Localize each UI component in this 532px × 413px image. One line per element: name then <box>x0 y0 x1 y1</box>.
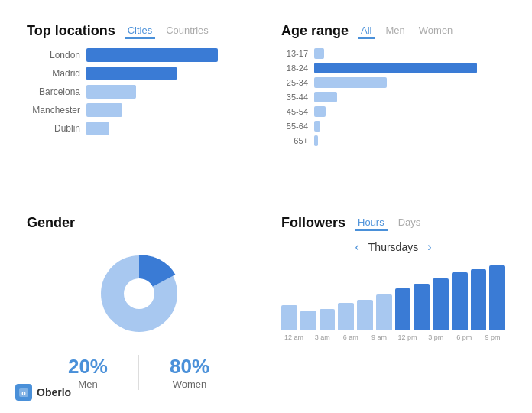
top-locations-panel: Top locations Cities Countries London Ma… <box>15 15 262 200</box>
gender-panel: Gender 20% Men <box>15 207 262 398</box>
men-stat: 20% Men <box>68 355 108 390</box>
next-day-button[interactable]: › <box>427 240 431 254</box>
location-name: Barcelona <box>27 86 80 97</box>
top-locations-title: Top locations <box>27 23 115 39</box>
prev-day-button[interactable]: ‹ <box>355 240 358 254</box>
bar-fill <box>86 122 109 135</box>
age-bar-fill <box>314 92 337 102</box>
age-range-title: Age range <box>281 23 349 39</box>
age-range-panel: Age range All Men Women 13-17 18-24 25-3… <box>270 15 517 200</box>
bar-fill <box>86 48 218 62</box>
followers-bar <box>357 300 373 330</box>
age-bar-track <box>314 63 505 73</box>
age-bar-track <box>314 106 505 117</box>
followers-bar <box>300 311 316 330</box>
followers-bar <box>320 309 336 330</box>
age-bar-track <box>314 135 505 146</box>
followers-bar-chart <box>281 262 505 330</box>
followers-bar <box>414 284 430 330</box>
age-bar-fill <box>314 77 387 88</box>
age-bar-fill <box>314 63 477 73</box>
tab-countries[interactable]: Countries <box>163 23 212 39</box>
location-bar-row: Madrid <box>27 67 251 80</box>
age-label: 65+ <box>281 136 308 145</box>
age-bar-row: 65+ <box>281 135 505 146</box>
bar-track <box>86 67 251 80</box>
age-bar-track <box>314 48 505 59</box>
age-label: 25-34 <box>281 78 308 87</box>
gender-pie <box>93 248 185 340</box>
age-bar-row: 25-34 <box>281 77 505 88</box>
followers-header: Followers Hours Days <box>281 215 505 231</box>
followers-bar <box>433 278 449 330</box>
time-label: 3 pm <box>423 333 449 341</box>
top-locations-header: Top locations Cities Countries <box>27 23 251 39</box>
oberlo-footer: o Oberlo <box>15 384 71 401</box>
age-bar-row: 45-54 <box>281 106 505 117</box>
followers-bar <box>471 269 487 330</box>
gender-title: Gender <box>27 215 75 231</box>
gender-content: 20% Men 80% Women <box>27 240 251 390</box>
bar-fill <box>86 103 122 117</box>
age-bar-track <box>314 121 505 132</box>
location-name: Dublin <box>27 123 80 134</box>
bar-fill <box>86 85 136 99</box>
tab-women[interactable]: Women <box>416 23 456 39</box>
gender-stats: 20% Men 80% Women <box>68 355 209 390</box>
time-label: 9 pm <box>480 333 505 341</box>
location-bar-row: Manchester <box>27 103 251 117</box>
tab-days[interactable]: Days <box>395 215 424 231</box>
men-label: Men <box>68 379 108 390</box>
bar-track <box>86 48 251 62</box>
tab-all[interactable]: All <box>358 23 375 39</box>
age-bar-fill <box>314 48 324 59</box>
age-bar-row: 55-64 <box>281 121 505 132</box>
time-labels: 12 am3 am6 am9 am12 pm3 pm6 pm9 pm <box>281 333 505 341</box>
brand-name: Oberlo <box>37 386 71 398</box>
time-label: 6 pm <box>452 333 477 341</box>
location-name: Manchester <box>27 105 80 115</box>
tab-men[interactable]: Men <box>382 23 407 39</box>
location-bar-row: London <box>27 48 251 62</box>
followers-tabs: Hours Days <box>355 215 423 231</box>
location-bar-row: Dublin <box>27 122 251 135</box>
location-bar-row: Barcelona <box>27 85 251 99</box>
gender-divider <box>138 355 139 390</box>
bar-fill <box>86 67 177 80</box>
bar-track <box>86 85 251 99</box>
locations-bar-chart: London Madrid Barcelona Manchester Dubli… <box>27 48 251 135</box>
age-bar-track <box>314 77 505 88</box>
tab-hours[interactable]: Hours <box>355 215 388 231</box>
gender-header: Gender <box>27 215 251 231</box>
age-bar-fill <box>314 106 326 117</box>
oberlo-icon: o <box>15 384 32 401</box>
age-label: 35-44 <box>281 93 308 102</box>
age-range-header: Age range All Men Women <box>281 23 505 39</box>
age-range-tabs: All Men Women <box>358 23 456 39</box>
followers-bar <box>338 303 354 330</box>
age-label: 55-64 <box>281 122 308 131</box>
followers-bar <box>281 305 297 330</box>
time-label: 12 pm <box>395 333 420 341</box>
tab-cities[interactable]: Cities <box>125 23 156 39</box>
followers-bar <box>395 288 411 330</box>
svg-text:o: o <box>21 389 26 397</box>
followers-bar <box>489 265 505 330</box>
followers-bar <box>452 272 468 330</box>
women-label: Women <box>170 379 209 390</box>
age-label: 45-54 <box>281 107 308 116</box>
age-bar-row: 13-17 <box>281 48 505 59</box>
top-locations-tabs: Cities Countries <box>125 23 212 39</box>
age-bar-fill <box>314 121 320 132</box>
day-label: Thursdays <box>368 241 418 253</box>
svg-point-1 <box>124 278 154 309</box>
age-bar-row: 35-44 <box>281 92 505 102</box>
age-bar-row: 18-24 <box>281 63 505 73</box>
location-name: Madrid <box>27 68 80 79</box>
day-nav: ‹ Thursdays › <box>281 240 505 254</box>
age-bar-chart: 13-17 18-24 25-34 35-44 45-54 <box>281 48 505 146</box>
time-label: 6 am <box>338 333 363 341</box>
time-label: 12 am <box>281 333 307 341</box>
bar-track <box>86 122 251 135</box>
women-percentage: 80% <box>170 355 209 379</box>
